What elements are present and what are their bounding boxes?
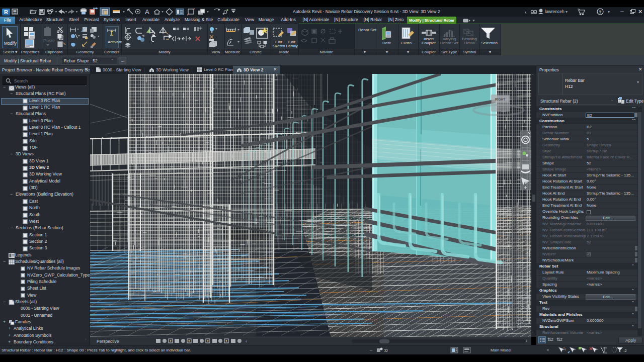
svg-text:Paste: Paste (43, 38, 55, 43)
svg-text::0: :0 (384, 348, 388, 353)
svg-text:A: A (145, 8, 149, 16)
svg-text:–: – (370, 348, 372, 353)
svg-text:RIGHT: RIGHT (495, 98, 505, 101)
svg-text::2: :2 (623, 348, 627, 353)
svg-text:?: ? (599, 10, 602, 15)
svg-text:‹: ‹ (246, 339, 247, 344)
